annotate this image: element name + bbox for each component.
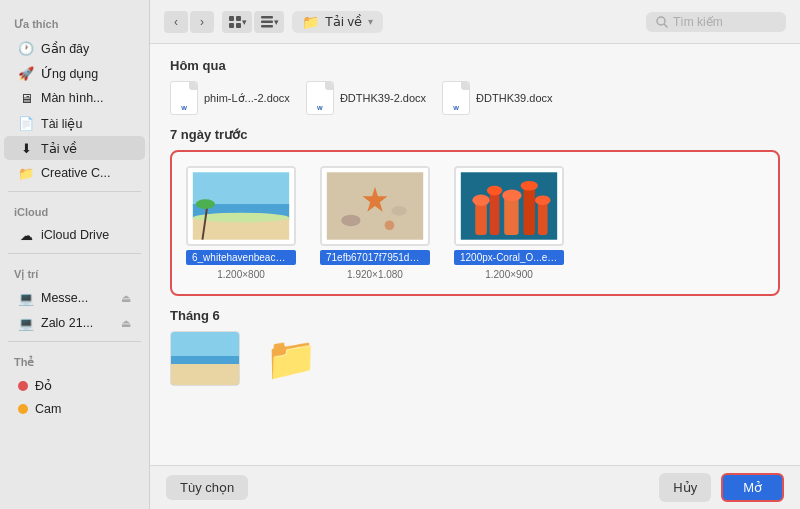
folder-breadcrumb[interactable]: 📁 Tải về ▾ xyxy=(292,11,383,33)
sidebar-item-label: Gần đây xyxy=(41,41,89,56)
file-area: Hôm qua W phim-Lớ...-2.docx W ĐDTHK39-2.… xyxy=(150,44,800,465)
list-item[interactable]: W ĐDTHK39-2.docx xyxy=(306,81,426,115)
sidebar-item-label: Messe... xyxy=(41,291,88,305)
folder-name: Tải về xyxy=(325,14,362,29)
sidebar-item-label: Zalo 21... xyxy=(41,316,93,330)
downloads-icon: ⬇ xyxy=(18,140,34,156)
svg-rect-28 xyxy=(538,201,548,235)
search-icon xyxy=(656,16,668,28)
svg-point-30 xyxy=(487,186,502,196)
folder-icon: 📁 xyxy=(302,14,319,30)
sidebar-item-label: Ứng dụng xyxy=(41,66,98,81)
recent-icon: 🕐 xyxy=(18,40,34,56)
file-size-2: 1.920×1.080 xyxy=(347,269,403,280)
view-list-chevron: ▾ xyxy=(274,17,279,27)
cancel-button[interactable]: Hủy xyxy=(659,473,711,502)
sidebar-item-messe[interactable]: 💻 Messe... ⏏ xyxy=(4,286,145,310)
view-list-button[interactable]: ▾ xyxy=(254,11,284,33)
svg-rect-2 xyxy=(229,23,234,28)
starfish-thumbnail xyxy=(322,166,428,246)
sidebar-item-recent[interactable]: 🕐 Gần đây xyxy=(4,36,145,60)
sidebar-location-label: Vị trí xyxy=(0,260,149,285)
file-label-1: 6_whitehavenbeach_aust...505.jpeg xyxy=(186,250,296,265)
section-month: Tháng 6 📁 xyxy=(170,308,780,386)
svg-point-7 xyxy=(657,17,665,25)
doc-icon-3: W xyxy=(442,81,470,115)
file-name-3: ĐDTHK39.docx xyxy=(476,92,552,104)
svg-point-33 xyxy=(535,195,550,205)
sidebar-item-label: Tài liệu xyxy=(41,116,82,131)
svg-rect-3 xyxy=(236,23,241,28)
sidebar-item-desktop[interactable]: 🖥 Màn hình... xyxy=(4,86,145,110)
list-item[interactable]: W ĐDTHK39.docx xyxy=(442,81,552,115)
toolbar: ‹ › ▾ ▾ 📁 xyxy=(150,0,800,44)
svg-rect-0 xyxy=(229,16,234,21)
sidebar-divider-3 xyxy=(8,341,141,342)
docs-icon: 📄 xyxy=(18,115,34,131)
desktop-icon: 🖥 xyxy=(18,90,34,106)
list-item[interactable] xyxy=(170,331,240,386)
tag-red-dot xyxy=(18,381,28,391)
sidebar-item-zalo[interactable]: 💻 Zalo 21... ⏏ xyxy=(4,311,145,335)
view-buttons: ▾ ▾ xyxy=(222,11,284,33)
back-button[interactable]: ‹ xyxy=(164,11,188,33)
month-img-1 xyxy=(171,332,240,386)
today-file-row: W phim-Lớ...-2.docx W ĐDTHK39-2.docx W Đ… xyxy=(170,81,780,115)
thumb-wrapper-2 xyxy=(320,166,430,246)
svg-point-19 xyxy=(341,215,360,227)
list-item[interactable]: 6_whitehavenbeach_aust...505.jpeg 1.200×… xyxy=(186,166,296,280)
search-bar[interactable]: Tìm kiếm xyxy=(646,12,786,32)
options-button[interactable]: Tùy chọn xyxy=(166,475,248,500)
sidebar-item-apps[interactable]: 🚀 Ứng dụng xyxy=(4,61,145,85)
sidebar-item-creative[interactable]: 📁 Creative C... xyxy=(4,161,145,185)
sidebar-item-label: Màn hình... xyxy=(41,91,104,105)
list-item[interactable]: W phim-Lớ...-2.docx xyxy=(170,81,290,115)
selected-files-section: 6_whitehavenbeach_aust...505.jpeg 1.200×… xyxy=(170,150,780,296)
month-thumb-row: 📁 xyxy=(170,331,780,386)
svg-rect-4 xyxy=(261,16,273,19)
sidebar-item-label: Cam xyxy=(35,402,61,416)
eject-icon-messe[interactable]: ⏏ xyxy=(121,292,131,305)
view-icon-button[interactable]: ▾ xyxy=(222,11,252,33)
svg-point-15 xyxy=(196,199,215,209)
sidebar-item-icloud[interactable]: ☁ iCloud Drive xyxy=(4,223,145,247)
sidebar-item-downloads[interactable]: ⬇ Tải về xyxy=(4,136,145,160)
sidebar-item-label: Creative C... xyxy=(41,166,110,180)
sidebar-item-label: iCloud Drive xyxy=(41,228,109,242)
thumb-wrapper-3 xyxy=(454,166,564,246)
svg-rect-6 xyxy=(261,25,273,28)
doc-icon-1: W xyxy=(170,81,198,115)
sidebar-favorites-label: Ưa thích xyxy=(0,10,149,35)
svg-rect-27 xyxy=(523,187,535,235)
eject-icon-zalo[interactable]: ⏏ xyxy=(121,317,131,330)
sidebar-item-label: Đỏ xyxy=(35,378,52,393)
svg-point-32 xyxy=(521,181,538,191)
search-placeholder: Tìm kiếm xyxy=(673,15,723,29)
svg-rect-24 xyxy=(475,201,487,235)
coral-thumbnail xyxy=(456,166,562,246)
list-item[interactable]: 📁 xyxy=(256,331,326,386)
tag-orange-dot xyxy=(18,404,28,414)
icon-list xyxy=(260,15,274,29)
svg-rect-36 xyxy=(171,356,240,364)
icon-grid xyxy=(228,15,242,29)
messe-icon: 💻 xyxy=(18,290,34,306)
main-panel: ‹ › ▾ ▾ 📁 xyxy=(150,0,800,509)
sidebar-divider-1 xyxy=(8,191,141,192)
icloud-icon: ☁ xyxy=(18,227,34,243)
list-item[interactable]: 1200px-Coral_O...eef.jpeg 1.200×900 xyxy=(454,166,564,280)
sidebar-item-docs[interactable]: 📄 Tài liệu xyxy=(4,111,145,135)
sidebar-item-tag-orange[interactable]: Cam xyxy=(4,398,145,420)
svg-point-13 xyxy=(193,213,289,223)
list-item[interactable]: 71efb67017f7951d38f410...4c.jpeg 1.920×1… xyxy=(320,166,430,280)
svg-rect-26 xyxy=(504,196,518,235)
month-label: Tháng 6 xyxy=(170,308,780,323)
sidebar-item-tag-red[interactable]: Đỏ xyxy=(4,374,145,397)
section-week: 7 ngày trước xyxy=(170,127,780,142)
svg-line-8 xyxy=(665,24,668,27)
thumb-wrapper-1 xyxy=(186,166,296,246)
open-button[interactable]: Mở xyxy=(721,473,784,502)
svg-point-31 xyxy=(502,190,521,202)
view-icon-chevron: ▾ xyxy=(242,17,247,27)
forward-button[interactable]: › xyxy=(190,11,214,33)
